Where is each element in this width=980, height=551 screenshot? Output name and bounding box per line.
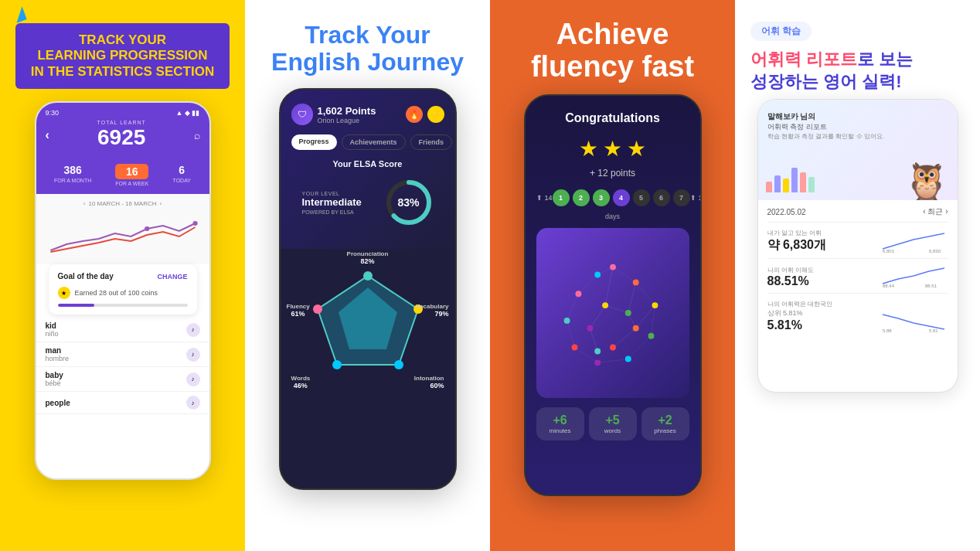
audio-icon[interactable]: ♪ — [186, 323, 200, 337]
vocab-badge: 어휘 학습 — [750, 22, 812, 41]
today-num: 6 — [173, 164, 191, 176]
goal-card: Goal of the day CHANGE ★ Earned 28 out o… — [49, 264, 197, 315]
words-pct: 46% — [291, 382, 311, 389]
points-text: + 12 points — [536, 168, 689, 179]
svg-text:5.88: 5.88 — [883, 328, 892, 332]
report-label: 어휘력 측정 리포트 — [767, 122, 885, 132]
list-item: babybébé ♪ — [36, 367, 209, 392]
list-item: manhombre ♪ — [36, 342, 209, 367]
goal-text: Earned 28 out of 100 coins — [75, 289, 158, 297]
svg-point-31 — [652, 302, 658, 308]
panel3-header: Achieve fluency fast — [490, 0, 735, 94]
audio-icon[interactable]: ♪ — [186, 396, 200, 410]
panel2-title: Track Your English Journey — [260, 22, 475, 76]
panel-orange: Achieve fluency fast Congratulations ★ ★… — [490, 0, 735, 551]
data-section: 2022.05.02 ‹ 최근 › 내가 알고 있는 어휘 약 6,830개 — [758, 200, 958, 349]
svg-point-9 — [332, 360, 342, 369]
points-display: 1,602 Points — [318, 105, 401, 117]
metric-ranking: 나의 어휘력은 대한국인 상위 5.81% 5.81% 5.88 5.81 — [767, 300, 948, 337]
phone1: 9:30 ▲ ◆ ▮▮ ‹ TOTAL LEARNT 6925 ⌕ 386 FO… — [35, 101, 211, 480]
days-label: days — [536, 213, 689, 220]
panel2-header: Track Your English Journey — [245, 0, 490, 88]
svg-point-1 — [192, 221, 197, 226]
pron-pct: 82% — [347, 257, 389, 265]
svg-line-24 — [605, 305, 628, 313]
svg-line-14 — [628, 335, 651, 359]
panel-korean: 어휘 학습 어휘력 리포트로 보는 성장하는 영어 실력! 말해보카 님의 어휘… — [735, 0, 980, 551]
svg-point-35 — [571, 344, 577, 350]
tab-friends[interactable]: Friends — [410, 134, 453, 150]
svg-point-34 — [594, 359, 601, 366]
svg-text:88.44: 88.44 — [883, 284, 895, 288]
metric-comprehension: 나의 어휘 이해도 88.51% 88.44 88.51 — [767, 265, 948, 294]
svg-point-42 — [587, 325, 593, 331]
tab-progress[interactable]: Progress — [291, 134, 337, 150]
list-item: kidniño ♪ — [36, 318, 209, 342]
fire-icon: 🔥 — [406, 106, 423, 123]
goal-progress-bar — [58, 304, 188, 307]
vocab-pct: 79% — [416, 310, 449, 318]
svg-point-10 — [313, 304, 322, 314]
bottom-stats: +6 minutes +5 words +2 phrases — [536, 407, 689, 440]
svg-point-30 — [632, 279, 638, 285]
svg-point-32 — [648, 332, 654, 338]
report-banner: 말해보카 님의 어휘력 측정 리포트 학습 현황과 측정 결과를 확인할 수 있… — [758, 100, 958, 200]
banner-title: TRACK YOUR LEARNING PROGRESSION IN THE S… — [26, 32, 219, 80]
word-list: kidniño ♪ manhombre ♪ babybébé ♪ people … — [36, 315, 209, 417]
svg-line-11 — [613, 267, 636, 282]
pron-label: Pronunciation — [347, 250, 389, 257]
stat-words: +5 words — [589, 407, 637, 440]
left-count: 14 — [545, 194, 553, 202]
svg-point-41 — [632, 325, 638, 331]
svg-point-0 — [145, 226, 149, 231]
list-item: people ♪ — [36, 392, 209, 414]
date-range: 10 MARCH - 16 MARCH — [88, 200, 156, 207]
today-label: TODAY — [173, 178, 191, 183]
congrats-text: Congratulations — [536, 111, 689, 125]
pentagon-chart: Pronunciation 82% Fluency 61% Vocabulary… — [281, 249, 455, 403]
svg-line-23 — [635, 305, 655, 328]
panel3-title: Achieve fluency fast — [505, 19, 720, 83]
svg-point-6 — [363, 271, 373, 281]
report-sub: 학습 현황과 측정 결과를 확인할 수 있어요. — [767, 132, 885, 141]
svg-point-37 — [575, 291, 581, 297]
username-display: 말해보카 님의 — [767, 111, 885, 122]
goal-change-btn[interactable]: CHANGE — [157, 273, 187, 281]
week-label: FOR A WEEK — [115, 181, 148, 186]
powered-by: POWERED BY ELSA — [302, 209, 373, 215]
level-label: YOUR LEVEL — [302, 191, 373, 196]
nav-label: 최근 — [927, 207, 943, 216]
brain-visualization — [536, 228, 689, 398]
svg-point-44 — [610, 344, 616, 350]
svg-line-15 — [597, 359, 628, 362]
svg-point-36 — [563, 318, 570, 324]
svg-line-22 — [628, 282, 635, 313]
audio-icon[interactable]: ♪ — [186, 372, 200, 386]
svg-line-28 — [613, 328, 636, 347]
month-num: 386 — [54, 164, 91, 176]
tab-achievements[interactable]: Achievements — [342, 134, 406, 150]
day-count-display: 1 2 3 4 5 6 7 — [553, 189, 690, 206]
svg-point-39 — [602, 302, 608, 308]
svg-line-12 — [635, 282, 655, 305]
stat-phrases: +2 phrases — [641, 407, 689, 440]
goal-title: Goal of the day — [58, 272, 114, 281]
svg-line-16 — [574, 347, 597, 362]
svg-line-17 — [567, 320, 574, 347]
svg-point-43 — [594, 348, 601, 354]
search-icon[interactable]: ⌕ — [194, 129, 200, 141]
score-title: Your ELSA Score — [291, 159, 444, 168]
league-label: Orion League — [318, 117, 401, 124]
progress-chart — [43, 212, 203, 258]
phone1-status-icons: ▲ ◆ ▮▮ — [176, 109, 200, 117]
level-name: Intermediate — [302, 196, 373, 208]
banner: TRACK YOUR LEARNING PROGRESSION IN THE S… — [15, 23, 230, 89]
audio-icon[interactable]: ♪ — [186, 348, 200, 362]
svg-line-21 — [605, 267, 613, 305]
svg-line-13 — [651, 305, 655, 336]
cursor-icon — [12, 6, 26, 23]
svg-line-26 — [590, 305, 605, 328]
total-label: TOTAL LEARNT — [49, 120, 194, 125]
svg-text:6,830: 6,830 — [929, 249, 941, 253]
svg-point-40 — [624, 310, 631, 316]
